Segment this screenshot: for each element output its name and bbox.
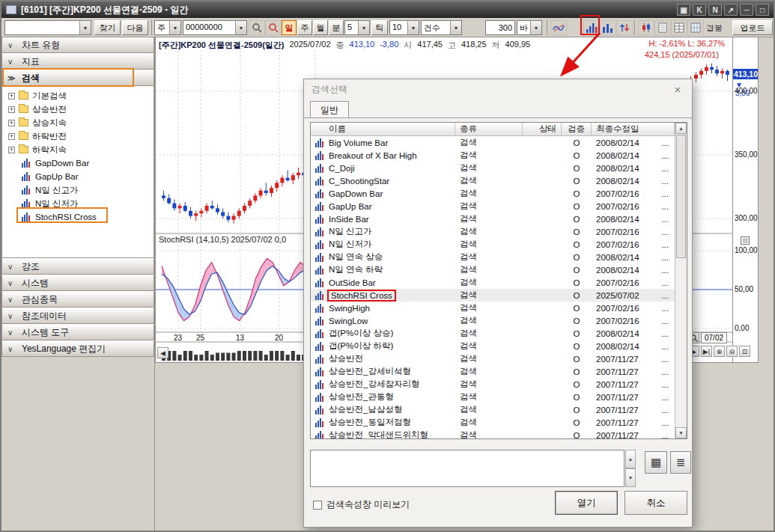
table-icon[interactable]	[671, 20, 687, 35]
tree-folder[interactable]: +기본검색	[2, 89, 154, 103]
preview-checkbox[interactable]: 검색속성창 미리보기	[313, 498, 410, 511]
chevron-down-icon[interactable]: ▼	[235, 21, 246, 34]
zoom-plus-icon[interactable]: ⊕	[714, 346, 725, 357]
period-day-button[interactable]: 일	[282, 20, 297, 35]
scroll-down-icon[interactable]: ▼	[675, 427, 687, 438]
sidebar-section[interactable]: ∨참조데이터	[1, 308, 154, 324]
search-result-row[interactable]: SwingHigh검색O2007/02/16...	[311, 302, 675, 314]
tick-button[interactable]: 틱	[371, 20, 388, 35]
chevron-down-icon[interactable]: ▼	[407, 21, 419, 34]
pin-icon[interactable]: ▣	[677, 4, 690, 16]
tree-search-item[interactable]: StochRSI Cross	[2, 210, 154, 224]
search-result-row[interactable]: OutSide Bar검색O2007/02/16...	[311, 276, 675, 289]
search-result-row[interactable]: N일 신저가검색O2007/02/16...	[311, 238, 675, 251]
search-result-row[interactable]: 상승반전_강세비석형검색O2007/11/27...	[311, 365, 675, 378]
column-status[interactable]: 상태	[523, 123, 562, 135]
search-result-row[interactable]: C_Doji검색O2008/02/14...	[311, 162, 675, 174]
search-result-row[interactable]: InSide Bar검색O2008/02/14...	[311, 213, 675, 225]
search-indicator-icon[interactable]	[583, 20, 600, 35]
sidebar-section-chart-type[interactable]: ∨ 차트 유형	[1, 37, 154, 53]
search-result-row[interactable]: N일 연속 상승검색O2008/02/14...	[311, 251, 675, 263]
price-axis[interactable]: 413,10 ▼ 3,80 400,00 350,00 300,00 ⊡ 100…	[732, 37, 759, 362]
scroll-left-button[interactable]: ◀	[157, 347, 168, 358]
sidebar-section-search[interactable]: ≫ 검색	[1, 70, 154, 86]
search-result-row[interactable]: Breakout of X Bar High검색O2008/02/14...	[311, 149, 675, 162]
sidebar-section[interactable]: ∨시스템 도구	[1, 324, 154, 340]
tree-search-item[interactable]: N일 신고가	[2, 183, 154, 197]
period-combo[interactable]: 주 ▼	[154, 20, 181, 35]
scroll-down-icon[interactable]: ▼	[625, 468, 636, 487]
zoom-minus-icon[interactable]: ⊖	[726, 346, 738, 357]
period-minute-button[interactable]: 분	[329, 20, 344, 35]
n-button[interactable]: N	[708, 4, 722, 16]
trendline-icon[interactable]	[550, 20, 567, 35]
scroll-up-icon[interactable]: ▲	[625, 450, 636, 468]
period-month-button[interactable]: 월	[313, 20, 328, 35]
tree-folder[interactable]: +상승반전	[2, 103, 154, 116]
overlay-candle-label[interactable]: 겹봉	[706, 20, 723, 35]
tree-folder[interactable]: +상승지속	[2, 116, 154, 129]
bar-count-input[interactable]	[485, 20, 515, 35]
expand-icon[interactable]: +	[8, 93, 15, 100]
symbol-combo[interactable]: ▼	[4, 20, 91, 35]
checkbox[interactable]	[313, 501, 322, 510]
list-scrollbar[interactable]: ▲ ▼	[675, 123, 687, 438]
sort-arrows-icon[interactable]	[616, 20, 633, 35]
chevron-down-icon[interactable]: ▼	[358, 21, 369, 34]
tree-folder[interactable]: +하락반전	[2, 129, 154, 143]
scrollbar-thumb[interactable]	[676, 135, 686, 258]
search-result-row[interactable]: N일 신고가검색O2007/02/16...	[311, 225, 675, 238]
search-result-row[interactable]: 상승반전_동일저점형검색O2007/11/27...	[311, 416, 675, 429]
description-textarea[interactable]	[310, 450, 624, 487]
search-result-row[interactable]: 갭(P%이상 상승)검색O2008/02/14...	[311, 327, 675, 340]
upload-button[interactable]: 업로드	[732, 20, 773, 35]
search-result-row[interactable]: Big Volume Bar검색O2008/02/14...	[311, 136, 675, 149]
search-result-row[interactable]: 상승반전_강세잠자리형검색O2007/11/27...	[311, 378, 675, 391]
fit-icon[interactable]: ⊡	[739, 346, 750, 357]
search-result-row[interactable]: 상승반전_막대샌드위치형검색O2007/11/27...	[311, 429, 675, 438]
tree-search-item[interactable]: N일 신저가	[2, 197, 154, 210]
chevron-down-icon[interactable]: ▼	[169, 21, 180, 34]
search-result-row[interactable]: GapUp Bar검색O2007/02/16...	[311, 200, 675, 213]
search-result-row[interactable]: 갭(P%이상 하락)검색O2008/02/14...	[311, 340, 675, 352]
k-button[interactable]: K	[693, 4, 706, 16]
search-result-row[interactable]: SwingLow검색O2007/02/16...	[311, 314, 675, 327]
expand-icon[interactable]: ↗	[724, 4, 738, 16]
chevron-down-icon[interactable]: ▼	[530, 21, 541, 34]
column-modified[interactable]: 최종수정일	[592, 123, 675, 135]
chevron-down-icon[interactable]: ▼	[450, 21, 461, 34]
minimize-button[interactable]: ─	[740, 4, 753, 16]
expand-icon[interactable]: +	[8, 106, 15, 113]
page-icon[interactable]	[654, 20, 671, 35]
keypad-view-icon[interactable]: ▦	[645, 451, 667, 474]
tree-search-item[interactable]: GapDown Bar	[2, 156, 154, 170]
list-view-icon[interactable]: ≣	[670, 451, 691, 474]
period-week-button[interactable]: 주	[297, 20, 312, 35]
open-button[interactable]: 열기	[555, 491, 618, 515]
expand-icon[interactable]: +	[8, 133, 15, 140]
search-result-row[interactable]: GapDown Bar검색O2007/02/16...	[311, 187, 675, 200]
sidebar-section[interactable]: ∨YesLanguage 편집기	[1, 340, 154, 357]
sidebar-section[interactable]: ∨시스템	[1, 275, 154, 291]
scroll-up-icon[interactable]: ▲	[675, 123, 687, 134]
search-result-row[interactable]: C_ShootingStar검색O2008/02/14...	[311, 174, 675, 187]
chevron-down-icon[interactable]: ▼	[79, 21, 91, 34]
tab-general[interactable]: 일반	[310, 101, 349, 118]
column-type[interactable]: 종류	[455, 123, 523, 135]
bar-chart-icon[interactable]	[600, 20, 616, 35]
sidebar-section[interactable]: ∨강조	[1, 258, 154, 275]
search-result-row[interactable]: 상승반전검색O2007/11/27...	[311, 352, 675, 365]
column-verify[interactable]: 검증	[562, 123, 592, 135]
close-icon[interactable]: ×	[671, 82, 684, 96]
panel-restore-icon[interactable]: ⊡	[741, 236, 750, 245]
cancel-button[interactable]: 취소	[624, 491, 687, 515]
search-result-row[interactable]: N일 연속 하락검색O2008/02/14...	[311, 263, 675, 276]
expand-icon[interactable]: +	[8, 120, 15, 126]
column-name[interactable]: 이름	[311, 123, 455, 135]
bar-unit-combo[interactable]: 바 ▼	[517, 20, 542, 35]
candle-chart-icon[interactable]	[638, 20, 654, 35]
tree-search-item[interactable]: GapUp Bar	[2, 170, 154, 183]
go-end-icon[interactable]: ▶|	[701, 346, 712, 357]
expand-icon[interactable]: +	[8, 147, 15, 153]
count-combo[interactable]: 건수 ▼	[421, 20, 462, 35]
